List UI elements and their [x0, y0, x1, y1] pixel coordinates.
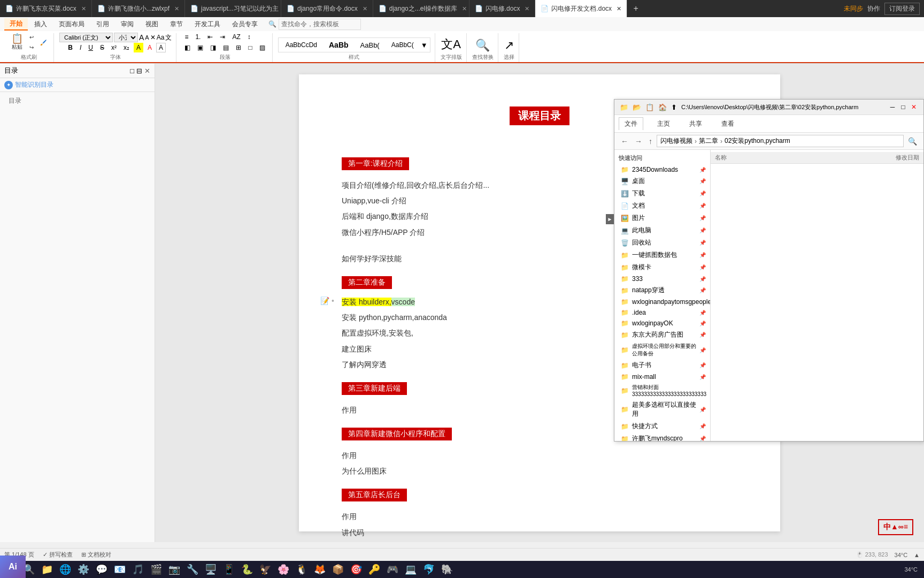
align-left-btn[interactable]: ◧: [182, 43, 193, 52]
style-more-btn[interactable]: ▼: [421, 41, 428, 49]
indent-less-btn[interactable]: ⇤: [205, 32, 215, 42]
ribbon-tab-chapter[interactable]: 章节: [165, 19, 188, 30]
tab-3[interactable]: 📄 javascript...习笔记以此为主 ✕: [185, 0, 281, 17]
sidebar-toggle-2[interactable]: ⊟: [136, 67, 142, 75]
flower-btn[interactable]: 🌸: [275, 562, 292, 577]
fe-left-item17[interactable]: 📁 mix-mall 📌: [614, 371, 710, 382]
sidebar-ai-label[interactable]: 智能识别目录: [15, 80, 53, 89]
fe-tab-share[interactable]: 共享: [684, 118, 707, 130]
fe-left-item21[interactable]: 📁 许鹏飞myndscpro 📌: [614, 432, 710, 441]
package-btn[interactable]: 📦: [329, 562, 346, 577]
fe-left-item13[interactable]: 📁 wxloginpayOK 📌: [614, 318, 710, 329]
ribbon-tab-dev[interactable]: 开发工具: [189, 19, 226, 30]
fe-left-dl[interactable]: ⬇️ 下载 📌: [614, 187, 710, 200]
game-btn[interactable]: 🎮: [384, 562, 401, 577]
font-grow-btn[interactable]: A: [139, 33, 144, 42]
shade-btn[interactable]: ▨: [257, 43, 268, 52]
fe-left-item18[interactable]: 📁 营销和封面3333333333333333333333333 📌: [614, 382, 710, 399]
ribbon-tab-view[interactable]: 视图: [140, 19, 164, 30]
penguin-btn[interactable]: 🐧: [293, 562, 310, 577]
key-btn[interactable]: 🔑: [366, 562, 383, 577]
tab-close-5[interactable]: ✕: [462, 5, 467, 12]
tool-btn[interactable]: 🔧: [184, 562, 201, 577]
doc-compare-btn[interactable]: ⊞ 文档校对: [81, 551, 111, 559]
italic-btn[interactable]: I: [77, 43, 84, 52]
fe-left-item15[interactable]: 📁 虚拟环境公用部分和重要的公用备份 📌: [614, 341, 710, 359]
font-size-select[interactable]: 小五: [114, 33, 138, 42]
find-icon[interactable]: 🔍: [475, 39, 490, 52]
align-right-btn[interactable]: ◨: [207, 43, 219, 52]
tab-6[interactable]: 📄 闪电修.docx ✕: [469, 0, 536, 17]
fe-close-btn[interactable]: ✕: [910, 103, 918, 111]
fe-left-item20[interactable]: 📁 快捷方式 📌: [614, 420, 710, 432]
fe-left-item12[interactable]: 📁 .idea 📌: [614, 307, 710, 318]
fe-left-docs[interactable]: 📄 文档 📌: [614, 200, 710, 212]
color-btn[interactable]: A: [145, 43, 155, 52]
tab-close-2[interactable]: ✕: [174, 5, 179, 12]
font-special-btn[interactable]: 文: [165, 33, 172, 42]
collab-btn[interactable]: 协作: [867, 4, 880, 13]
fe-left-trash[interactable]: 🗑️ 回收站 📌: [614, 237, 710, 249]
fe-tab-view[interactable]: 查看: [716, 118, 740, 130]
para-sort-btn[interactable]: AZ: [229, 32, 243, 42]
fe-left-pics[interactable]: 🖼️ 图片 📌: [614, 212, 710, 224]
fe-left-item14[interactable]: 📁 东京大药房广告图 📌: [614, 329, 710, 341]
browser-btn[interactable]: 🌐: [57, 562, 74, 577]
ribbon-search-label[interactable]: 查找命令，搜索模板: [279, 19, 361, 30]
list-num-btn[interactable]: 1.: [192, 32, 203, 42]
monitor-btn[interactable]: 🖥️: [202, 562, 219, 577]
subscript-btn[interactable]: x₂: [121, 43, 132, 52]
highlight-btn[interactable]: A: [134, 43, 143, 52]
tab-7[interactable]: 📄 闪电修开发文档.docx ✕: [535, 0, 627, 17]
font-abc-btn[interactable]: Aa: [157, 34, 165, 41]
style-h2[interactable]: AaBb(: [356, 40, 384, 51]
phone-btn[interactable]: 📱: [220, 562, 237, 577]
select-icon[interactable]: ↗: [504, 39, 514, 52]
fe-path-bar[interactable]: 闪电修视频 › 第二章 › 02安装python,pycharm: [657, 135, 904, 147]
video-btn[interactable]: 🎬: [148, 562, 165, 577]
strikethrough-btn[interactable]: S: [97, 43, 107, 52]
col-btn[interactable]: ⊞: [233, 43, 244, 52]
fe-left-item11[interactable]: 📁 wxloginandpaytomsgpeople 📌: [614, 296, 710, 307]
fe-left-item7[interactable]: 📁 一键抓图数据包 📌: [614, 249, 710, 261]
ribbon-tab-vip[interactable]: 会员专享: [227, 19, 263, 30]
tab-close-1[interactable]: ✕: [81, 5, 86, 12]
list-bullet-btn[interactable]: ≡: [182, 32, 191, 42]
fe-left-downloads[interactable]: 📁 2345Downloads 📌: [614, 164, 710, 175]
ribbon-tab-review[interactable]: 审阅: [116, 19, 139, 30]
fe-tab-file[interactable]: 文件: [619, 117, 643, 130]
elephant-btn[interactable]: 🐘: [438, 562, 456, 577]
ribbon-tab-start[interactable]: 开始: [4, 18, 28, 31]
subscribe-login-btn[interactable]: 订阅登录: [884, 3, 920, 15]
tab-2[interactable]: 📄 许鹏飞微信小...zwlxpf ✕: [92, 0, 185, 17]
tab-close-7[interactable]: ✕: [617, 5, 621, 12]
style-h1[interactable]: AaBb: [324, 39, 353, 51]
ribbon-tab-insert[interactable]: 插入: [29, 19, 52, 30]
tab-4[interactable]: 📄 django常用命令.docx ✕: [281, 0, 373, 17]
right-edge-button[interactable]: ►: [606, 214, 614, 224]
fe-left-desktop[interactable]: 🖥️ 桌面 📌: [614, 175, 710, 187]
border-btn[interactable]: □: [245, 43, 255, 52]
ribbon-tab-ref[interactable]: 引用: [91, 19, 114, 30]
align-center-btn[interactable]: ▣: [195, 43, 206, 52]
text-sort-icon[interactable]: 文A: [441, 36, 461, 52]
dolphin-btn[interactable]: 🐬: [420, 562, 437, 577]
para-spacing-btn[interactable]: ↕: [245, 32, 253, 42]
new-tab-button[interactable]: +: [627, 0, 644, 17]
spell-check-btn[interactable]: ✓ 拼写检查: [43, 551, 73, 559]
style-h3[interactable]: AaBbC(: [387, 40, 419, 50]
font-clear-btn[interactable]: ✕: [150, 34, 156, 41]
tab-1[interactable]: 📄 许鹏飞东京买菜.docx ✕: [0, 0, 92, 17]
outline-btn[interactable]: A: [156, 43, 166, 52]
undo-btn[interactable]: ↩: [27, 33, 36, 42]
fe-minimize-btn[interactable]: ─: [888, 103, 897, 111]
indent-more-btn[interactable]: ⇥: [217, 32, 228, 42]
font-shrink-btn[interactable]: A: [145, 34, 149, 41]
fox-btn[interactable]: 🦊: [311, 562, 328, 577]
chat-btn[interactable]: 💬: [93, 562, 110, 577]
email-btn[interactable]: 📧: [111, 562, 128, 577]
tab-close-6[interactable]: ✕: [525, 5, 529, 12]
fe-search-btn[interactable]: 🔍: [906, 136, 919, 147]
superscript-btn[interactable]: x²: [109, 43, 119, 52]
target-btn[interactable]: 🎯: [348, 562, 365, 577]
